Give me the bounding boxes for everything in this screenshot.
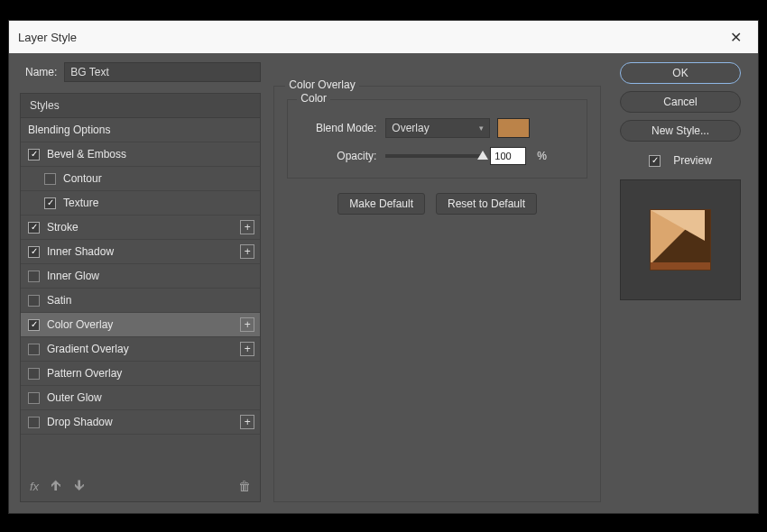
blend-mode-row: Blend Mode: Overlay ▾: [299, 118, 576, 138]
style-label: Gradient Overlay: [47, 343, 129, 355]
style-label: Pattern Overlay: [47, 367, 122, 380]
checkbox-icon[interactable]: [649, 155, 661, 167]
titlebar: Layer Style ✕: [9, 21, 758, 53]
checkbox-icon[interactable]: [28, 319, 40, 331]
add-icon[interactable]: +: [240, 342, 254, 356]
make-default-button[interactable]: Make Default: [337, 193, 425, 215]
trash-icon[interactable]: 🗑: [238, 479, 251, 493]
preview-toggle[interactable]: Preview: [649, 154, 712, 167]
checkbox-icon[interactable]: [28, 417, 40, 428]
slider-thumb-icon[interactable]: [477, 151, 488, 160]
style-drop-shadow[interactable]: Drop Shadow +: [21, 410, 260, 435]
checkbox-icon[interactable]: [28, 295, 40, 307]
add-icon[interactable]: +: [240, 415, 254, 429]
add-icon[interactable]: +: [240, 244, 254, 259]
opacity-input[interactable]: [490, 147, 526, 165]
blend-mode-select[interactable]: Overlay ▾: [385, 118, 490, 138]
percent-label: %: [537, 150, 547, 162]
style-label: Drop Shadow: [47, 416, 113, 428]
styles-header[interactable]: Styles: [21, 94, 260, 118]
color-overlay-panel: Color Overlay Color Blend Mode: Overlay …: [273, 86, 601, 502]
name-label: Name:: [25, 66, 57, 78]
close-icon[interactable]: ✕: [723, 25, 749, 50]
styles-list: Styles Blending Options Bevel & Emboss C…: [20, 93, 261, 502]
style-label: Satin: [47, 294, 71, 307]
add-icon[interactable]: +: [240, 220, 254, 234]
preview-thumbnail: [620, 179, 741, 300]
move-up-icon[interactable]: 🡩: [50, 479, 62, 493]
preview-image: [650, 209, 711, 271]
checkbox-icon[interactable]: [28, 149, 40, 161]
blend-mode-label: Blend Mode:: [299, 122, 376, 134]
opacity-control: %: [385, 147, 547, 165]
blend-mode-value: Overlay: [392, 122, 429, 134]
opacity-label: Opacity:: [299, 150, 376, 162]
name-input[interactable]: [64, 62, 261, 82]
checkbox-icon[interactable]: [28, 368, 40, 380]
right-column: OK Cancel New Style... Preview: [614, 62, 747, 502]
style-inner-glow[interactable]: Inner Glow: [21, 264, 260, 289]
style-label: Texture: [63, 197, 98, 209]
style-label: Stroke: [47, 221, 79, 234]
style-label: Bevel & Emboss: [47, 148, 126, 161]
dialog-body: Name: Styles Blending Options Bevel & Em…: [9, 53, 758, 513]
new-style-button[interactable]: New Style...: [620, 120, 741, 142]
move-down-icon[interactable]: 🡫: [73, 479, 86, 493]
style-gradient-overlay[interactable]: Gradient Overlay +: [21, 337, 260, 362]
style-label: Color Overlay: [47, 318, 113, 331]
reset-default-button[interactable]: Reset to Default: [436, 193, 537, 215]
style-label: Inner Glow: [47, 270, 99, 282]
cancel-button[interactable]: Cancel: [620, 91, 741, 113]
style-bevel-emboss[interactable]: Bevel & Emboss: [21, 142, 260, 167]
color-swatch[interactable]: [497, 118, 530, 138]
style-label: Contour: [63, 172, 102, 185]
style-label: Inner Shadow: [47, 245, 114, 258]
style-blending-options[interactable]: Blending Options: [21, 118, 260, 142]
opacity-slider[interactable]: [385, 154, 483, 158]
style-label: Blending Options: [28, 124, 110, 136]
style-satin[interactable]: Satin: [21, 289, 260, 313]
fieldset-title: Color: [297, 92, 330, 105]
checkbox-icon[interactable]: [28, 344, 40, 355]
style-color-overlay[interactable]: Color Overlay +: [21, 313, 260, 337]
dialog-title: Layer Style: [18, 31, 77, 44]
ok-button[interactable]: OK: [620, 62, 741, 84]
checkbox-icon[interactable]: [28, 271, 40, 282]
style-label: Outer Glow: [47, 391, 102, 404]
layer-style-dialog: Layer Style ✕ Name: Styles Blending Opti…: [8, 20, 759, 514]
checkbox-icon[interactable]: [28, 222, 40, 234]
color-fieldset: Color Blend Mode: Overlay ▾ Opacity:: [287, 99, 587, 179]
style-inner-shadow[interactable]: Inner Shadow +: [21, 240, 260, 264]
name-row: Name:: [25, 62, 261, 82]
settings-panel-col: Color Overlay Color Blend Mode: Overlay …: [273, 62, 601, 502]
style-outer-glow[interactable]: Outer Glow: [21, 386, 260, 410]
style-pattern-overlay[interactable]: Pattern Overlay: [21, 362, 260, 386]
style-texture[interactable]: Texture: [21, 191, 260, 216]
style-contour[interactable]: Contour: [21, 167, 260, 191]
fx-menu-icon[interactable]: fx: [30, 480, 39, 493]
panel-title: Color Overlay: [285, 78, 358, 91]
preview-label: Preview: [673, 154, 712, 167]
style-stroke[interactable]: Stroke +: [21, 216, 260, 240]
default-buttons-row: Make Default Reset to Default: [287, 193, 587, 215]
checkbox-icon[interactable]: [28, 246, 40, 258]
checkbox-icon[interactable]: [44, 197, 56, 209]
styles-bottom-toolbar: fx 🡩 🡫 🗑: [21, 471, 260, 501]
add-icon[interactable]: +: [240, 317, 254, 332]
opacity-row: Opacity: %: [299, 147, 576, 165]
checkbox-icon[interactable]: [44, 173, 56, 185]
checkbox-icon[interactable]: [28, 392, 40, 404]
chevron-down-icon: ▾: [479, 124, 484, 133]
